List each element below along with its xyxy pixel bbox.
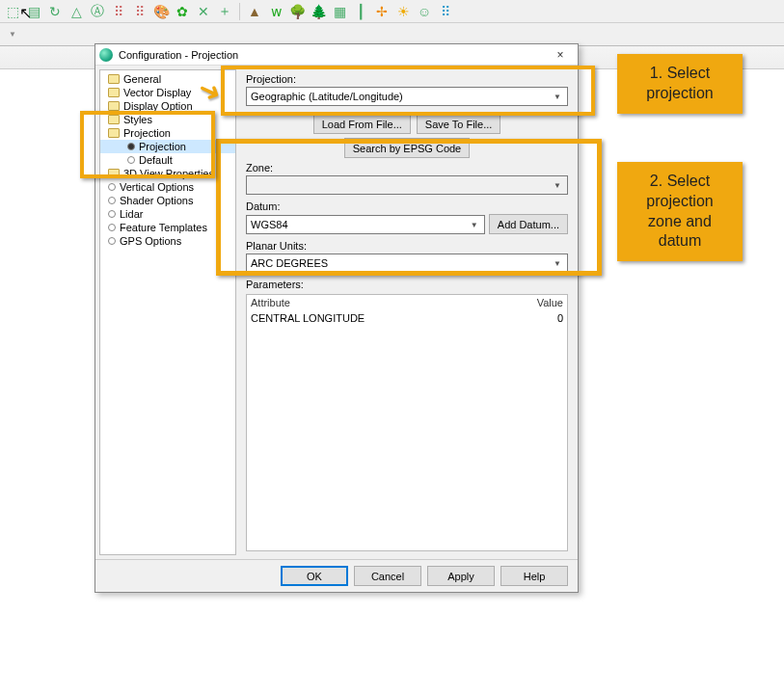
projection-combo[interactable]: Geographic (Latitude/Longitude) ▼ — [246, 87, 568, 106]
add-datum-button[interactable]: Add Datum... — [489, 214, 568, 234]
load-from-file-button[interactable]: Load From File... — [313, 114, 411, 134]
tree-item-vector-display[interactable]: Vector Display — [100, 86, 235, 99]
tree-item-label: Projection — [139, 141, 186, 152]
toolbar-icon[interactable]: 🎨 — [152, 3, 170, 20]
mountain-icon[interactable]: ▲ — [246, 3, 263, 20]
folder-icon — [108, 115, 120, 124]
tree-item-label: Feature Templates — [120, 222, 207, 233]
toolbar-separator — [239, 3, 240, 20]
zone-combo[interactable]: ▼ — [246, 175, 568, 195]
datum-combo[interactable]: WGS84 ▼ — [246, 215, 485, 234]
param-val: 0 — [505, 312, 563, 324]
sun-icon[interactable]: ☀ — [394, 3, 412, 20]
tree-item-gps-options[interactable]: GPS Options — [100, 234, 235, 248]
table-row[interactable]: CENTRAL LONGITUDE0 — [247, 310, 567, 326]
tree-item-3d-view-properties[interactable]: 3D View Properties — [100, 167, 235, 180]
param-header-attr: Attribute — [251, 297, 505, 308]
toolbar-icon[interactable]: ⠿ — [131, 3, 149, 20]
annotation-callout-2: 2. Select projection zone and datum — [617, 162, 743, 261]
chevron-down-icon: ▼ — [550, 256, 565, 270]
param-header-val: Value — [505, 297, 563, 308]
toolbar-icon[interactable]: Ⓐ — [89, 3, 106, 20]
pole-icon[interactable]: ┃ — [352, 3, 369, 20]
tree-item-label: 3D View Properties — [123, 168, 214, 179]
tree-item-lidar[interactable]: Lidar — [100, 207, 235, 221]
datum-label: Datum: — [246, 200, 568, 212]
tree-icon[interactable]: 🌳 — [288, 3, 306, 20]
planar-units-combo[interactable]: ARC DEGREES ▼ — [246, 254, 568, 273]
tree-icon[interactable]: 🌲 — [310, 3, 327, 20]
radio-icon — [108, 210, 116, 218]
tree-item-label: Styles — [123, 114, 152, 125]
tree-item-feature-templates[interactable]: Feature Templates — [100, 221, 235, 234]
toolbar-icon[interactable]: ＋ — [216, 3, 233, 20]
projection-pane: Projection: Geographic (Latitude/Longitu… — [240, 69, 574, 555]
folder-icon — [108, 128, 120, 138]
folder-icon — [108, 88, 120, 97]
tree-item-default[interactable]: Default — [100, 153, 235, 167]
dialog-button-bar: OK Cancel Apply Help — [95, 559, 578, 592]
save-to-file-button[interactable]: Save To File... — [417, 114, 501, 134]
tree-item-label: Projection — [123, 127, 171, 139]
tree-item-label: General — [123, 73, 161, 85]
radio-icon — [108, 237, 116, 245]
cross-icon[interactable]: ✢ — [373, 3, 391, 20]
chevron-down-icon: ▼ — [467, 218, 482, 231]
person-icon[interactable]: ☺ — [416, 3, 433, 20]
tree-item-label: Vertical Options — [120, 181, 194, 193]
zone-label: Zone: — [246, 162, 568, 174]
folder-icon — [108, 74, 120, 84]
projection-value: Geographic (Latitude/Longitude) — [251, 91, 403, 102]
datum-value: WGS84 — [251, 219, 288, 230]
planar-units-label: Planar Units: — [246, 240, 568, 252]
dialog-title: Configuration - Projection — [119, 49, 541, 61]
configuration-dialog: Configuration - Projection × GeneralVect… — [95, 43, 579, 593]
tree-item-label: Display Option — [123, 100, 193, 112]
folder-icon — [108, 101, 120, 111]
dots-icon[interactable]: ⠿ — [437, 3, 454, 20]
tree-item-projection[interactable]: Projection — [100, 140, 235, 153]
tree-item-display-options[interactable]: Display Option — [100, 99, 235, 113]
toolbar-icon[interactable]: ✕ — [195, 3, 212, 20]
help-button[interactable]: Help — [500, 566, 568, 586]
projection-label: Projection: — [246, 73, 568, 85]
dialog-titlebar[interactable]: Configuration - Projection × — [95, 44, 578, 66]
tree-item-label: Default — [139, 154, 173, 166]
tree-item-vertical-options[interactable]: Vertical Options — [100, 180, 235, 194]
chevron-down-icon: ▼ — [550, 178, 565, 192]
tree-item-projection[interactable]: Projection — [100, 126, 235, 140]
tree-item-label: Shader Options — [120, 195, 193, 206]
radio-icon — [127, 143, 135, 150]
folder-icon — [108, 169, 120, 178]
annotation-callout-1: 1. Select projection — [617, 54, 743, 114]
toolbar-icon[interactable]: ⬚ — [4, 3, 21, 20]
grid-icon[interactable]: ▦ — [331, 3, 348, 20]
tree-item-shader-options[interactable]: Shader Options — [100, 194, 235, 207]
radio-icon — [108, 224, 116, 231]
dropdown-icon[interactable]: ▼ — [4, 26, 21, 43]
toolbar-icon[interactable]: ↻ — [46, 3, 64, 20]
app-icon — [99, 48, 113, 62]
toolbar-icon[interactable]: △ — [68, 3, 85, 20]
tree-item-label: Lidar — [120, 208, 143, 220]
chevron-down-icon: ▼ — [550, 90, 565, 103]
tree-item-general[interactable]: General — [100, 72, 235, 86]
tree-item-label: Vector Display — [123, 87, 191, 98]
parameters-table[interactable]: Attribute Value CENTRAL LONGITUDE0 — [246, 294, 568, 551]
toolbar-icon[interactable]: ▤ — [25, 3, 42, 20]
radio-icon — [127, 156, 135, 164]
tree-item-styles[interactable]: Styles — [100, 113, 235, 126]
parameters-label: Parameters: — [246, 279, 568, 290]
radio-icon — [108, 183, 116, 191]
apply-button[interactable]: Apply — [427, 566, 495, 586]
toolbar-icon[interactable]: ✿ — [174, 3, 191, 20]
radio-icon — [108, 197, 116, 204]
cancel-button[interactable]: Cancel — [354, 566, 421, 586]
close-button[interactable]: × — [547, 46, 574, 64]
param-attr: CENTRAL LONGITUDE — [251, 312, 505, 324]
grass-icon[interactable]: ᴡ — [267, 3, 284, 20]
toolbar-icon[interactable]: ⠿ — [110, 3, 127, 20]
ok-button[interactable]: OK — [281, 566, 348, 586]
config-tree[interactable]: GeneralVector DisplayDisplay OptionStyle… — [99, 69, 236, 555]
search-epsg-button[interactable]: Search by EPSG Code — [344, 138, 471, 158]
